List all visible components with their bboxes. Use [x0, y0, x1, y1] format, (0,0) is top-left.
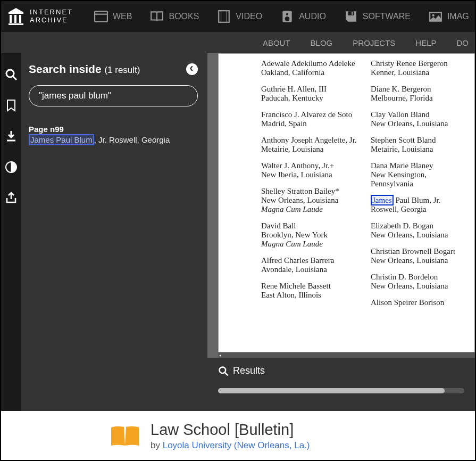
secnav-help[interactable]: HELP	[415, 38, 436, 47]
images-icon	[429, 10, 442, 23]
result-page-label: Page n99	[29, 125, 198, 134]
software-icon	[344, 10, 358, 23]
secnav-projects[interactable]: PROJECTS	[353, 38, 395, 47]
results-search-icon	[218, 366, 229, 376]
book-page[interactable]: Adewale Adekilumo AdelekeOakland, Califo…	[218, 53, 475, 352]
author-link[interactable]: Loyola University (New Orleans, La.)	[163, 440, 310, 450]
svg-rect-8	[348, 11, 354, 15]
secnav-blog[interactable]: BLOG	[311, 38, 333, 47]
results-bar: Results	[207, 358, 475, 411]
nav-items: WEB BOOKS VIDEO AUDIO SOFTWARE IMAG	[94, 10, 469, 23]
close-panel-button[interactable]	[186, 63, 198, 75]
archive-logo-icon	[7, 7, 24, 26]
logo[interactable]: INTERNET ARCHIVE	[7, 7, 73, 26]
results-scrollbar[interactable]	[218, 388, 464, 393]
page-column-1: Adewale Adekilumo AdelekeOakland, Califo…	[219, 59, 365, 347]
search-panel: Search inside (1 result) Page n99 James …	[21, 53, 207, 411]
svg-point-12	[6, 70, 14, 77]
results-label: Results	[233, 365, 265, 376]
top-nav: INTERNET ARCHIVE WEB BOOKS VIDEO AUDIO S…	[1, 1, 475, 32]
page-column-2: Christy Renee BergeronKenner, Louisiana …	[365, 59, 474, 347]
result-count: (1 result)	[104, 65, 140, 75]
share-icon[interactable]	[5, 192, 18, 204]
logo-text-2: ARCHIVE	[30, 17, 73, 24]
result-highlight: James Paul Blum	[29, 134, 94, 145]
svg-rect-2	[219, 11, 230, 22]
books-icon	[150, 10, 164, 23]
search-icon[interactable]	[5, 68, 18, 81]
nav-video[interactable]: VIDEO	[217, 10, 262, 23]
horizontal-scrollbar[interactable]	[218, 352, 475, 358]
bookmark-icon[interactable]	[5, 99, 18, 112]
result-snippet: James Paul Blum, Jr. Roswell, Georgia	[29, 135, 198, 144]
svg-point-15	[220, 367, 226, 373]
nav-images[interactable]: IMAG	[429, 10, 469, 23]
download-icon[interactable]	[5, 130, 18, 143]
sidebar-rail	[1, 53, 21, 411]
nav-books[interactable]: BOOKS	[150, 10, 199, 23]
panel-title: Search inside (1 result)	[29, 63, 140, 76]
nav-web[interactable]: WEB	[94, 10, 132, 23]
search-input[interactable]	[29, 85, 198, 106]
book-author: by Loyola University (New Orleans, La.)	[151, 440, 310, 451]
nav-audio[interactable]: AUDIO	[280, 10, 326, 23]
audio-icon	[280, 10, 294, 23]
book-icon	[110, 425, 140, 447]
logo-text-1: INTERNET	[30, 9, 73, 17]
secnav-donate[interactable]: DO	[457, 38, 469, 47]
svg-rect-0	[95, 11, 107, 22]
footer: Law School [Bulletin] by Loyola Universi…	[1, 411, 475, 461]
book-viewer: Adewale Adekilumo AdelekeOakland, Califo…	[207, 53, 475, 411]
page-highlight: James	[371, 195, 394, 205]
video-icon	[217, 10, 231, 23]
contrast-icon[interactable]	[5, 161, 18, 174]
main: Search inside (1 result) Page n99 James …	[1, 53, 475, 411]
svg-point-11	[432, 14, 434, 17]
svg-rect-9	[352, 12, 353, 14]
svg-point-7	[285, 17, 290, 21]
book-title: Law School [Bulletin]	[151, 421, 310, 439]
web-icon	[94, 10, 108, 23]
svg-line-16	[225, 372, 228, 375]
search-result[interactable]: Page n99 James Paul Blum, Jr. Roswell, G…	[29, 125, 198, 144]
svg-point-6	[286, 13, 288, 15]
svg-line-13	[13, 76, 16, 80]
secnav-about[interactable]: ABOUT	[263, 38, 290, 47]
secondary-nav: ABOUT BLOG PROJECTS HELP DO	[1, 32, 475, 53]
nav-software[interactable]: SOFTWARE	[344, 10, 411, 23]
results-scrollbar-handle[interactable]	[218, 388, 445, 393]
